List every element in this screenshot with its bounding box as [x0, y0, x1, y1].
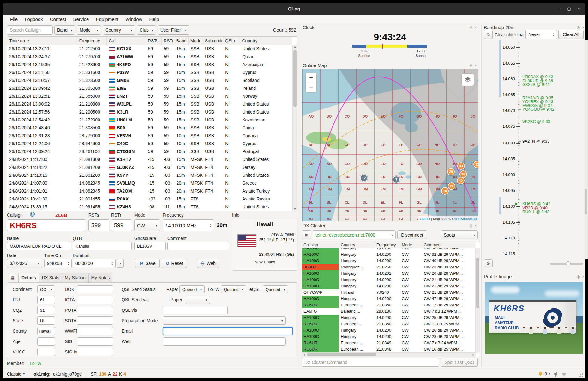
scrollbar-thumb[interactable]	[307, 353, 376, 356]
cluster-spot-row[interactable]: HA100O Hungary 14.0200 CW CW 32 dB 29 WP…	[302, 251, 476, 258]
search-callsign-input[interactable]	[7, 25, 53, 35]
zoom-out-button[interactable]: −	[306, 83, 316, 92]
osm-link[interactable]: OpenStreetMap	[452, 217, 477, 221]
column-header-mode[interactable]: Mode	[189, 37, 203, 45]
clear-older-select[interactable]: Never▴▾	[525, 30, 557, 39]
rstr-input[interactable]	[111, 219, 132, 231]
cluster-spot-row[interactable]: OH7CW/P Finland 7.0240 CW CW 21 dB 28 WP…	[302, 289, 476, 296]
continent-select[interactable]: OC▾	[37, 285, 55, 293]
minimize-button[interactable]: −	[559, 6, 561, 11]
duration-spinbox[interactable]: 00:00:00▴▾	[73, 259, 116, 268]
rsts-input[interactable]	[88, 219, 109, 231]
column-header-rsts[interactable]: RSTs	[146, 37, 162, 45]
frequency-spinbox[interactable]: 14.10010 MHz▴▾	[163, 219, 214, 231]
column-header-callsign[interactable]: Callsign	[302, 241, 339, 248]
reset-button[interactable]: ↺ Reset	[162, 259, 187, 268]
cluster-close-icon[interactable]: ×	[475, 224, 477, 228]
cluster-command-input[interactable]	[302, 358, 439, 367]
user-filter-dropdown[interactable]: User Filter▾	[158, 25, 189, 35]
time-on-spinbox[interactable]: 9:40:03▴▾	[44, 259, 72, 268]
map-layers-button[interactable]	[461, 73, 474, 86]
callbook-globe-icon[interactable]	[30, 212, 35, 218]
scroll-right-arrow-icon[interactable]: ▸	[471, 353, 476, 356]
date-picker[interactable]: 3/4/2025▾	[7, 259, 42, 268]
county-input[interactable]	[37, 327, 55, 335]
wwff-input[interactable]	[77, 327, 113, 335]
logbook-row[interactable]: 26/10/2024 13:10:57 21.323500 GM0B 59 59…	[7, 77, 292, 84]
map-cluster-marker[interactable]: 40	[457, 177, 465, 184]
scroll-down-arrow-icon[interactable]: ▼	[293, 207, 297, 211]
logbook-row[interactable]: 24/8/2024 14:13:15 21.081209 K9YY -15 -0…	[7, 171, 292, 179]
cluster-menu-button[interactable]: ≡	[302, 230, 311, 239]
splitter-right[interactable]	[481, 25, 482, 367]
iota-input[interactable]	[77, 296, 113, 304]
online-map[interactable]: AQBQCQDQEQFQGQHQIQJQAPBPCPDPEPFPGPHPIPJP…	[302, 69, 478, 221]
logbook-row[interactable]: 24/8/2024 14:07:00 14.082345 SV8LMQ -15 …	[7, 179, 292, 187]
map-cluster-marker[interactable]: 29	[448, 182, 455, 190]
profile-settings-icon[interactable]: ◎	[577, 275, 580, 279]
gridsquare-input[interactable]	[134, 242, 166, 250]
cluster-server-combo[interactable]: telnet.reversebeacon.net:7000▾	[313, 230, 396, 239]
column-header-country[interactable]: Country	[339, 241, 375, 248]
qsl-via-input[interactable]	[163, 306, 228, 314]
logbook-row[interactable]: 26/10/2024 13:09:42 21.305000 EI9E 59 59…	[7, 84, 292, 92]
resize-grip[interactable]	[582, 376, 583, 377]
bandmap-spot[interactable]: 9A2TN @ 9:33	[518, 139, 549, 144]
itu-input[interactable]	[37, 296, 55, 304]
column-header-call[interactable]: Call	[107, 37, 146, 45]
bandmap-spot[interactable]: RU0LL @ 9:42	[518, 209, 549, 214]
menu-item[interactable]: Window	[122, 15, 145, 23]
callsign-input[interactable]	[7, 219, 86, 231]
zoom-in-button[interactable]: +	[306, 73, 316, 83]
logbook-row[interactable]: 24/8/2024 13:41:30 21.091455 R0AX +03 -0…	[7, 195, 292, 203]
logbook-vertical-scrollbar[interactable]: ▲ ▼	[292, 45, 297, 211]
cluster-spot-row[interactable]: HA100O Hungary 14.0201 CW CW 20 dB 28 WP…	[302, 270, 476, 277]
cluster-spot-row[interactable]: HA100O Hungary 14.0200 CW CW 26 dB 29 WP…	[302, 327, 476, 334]
bandmap-settings-button[interactable]: ⚙	[484, 259, 493, 267]
cluster-spot-row[interactable]: HA100O Hungary 14.0200 CW CW 30 dB 29 WP…	[302, 248, 476, 251]
country-filter-dropdown[interactable]: Country▾	[103, 25, 135, 35]
spots-filter-select[interactable]: Spots▾	[441, 230, 478, 239]
chevron-down-icon[interactable]: ▾	[549, 372, 550, 376]
logbook-row[interactable]: 24/8/2024 13:39:15 21.091455 KZ4HS -08 -…	[7, 203, 292, 210]
map-cluster-marker[interactable]: 31	[473, 161, 478, 168]
logbook-row[interactable]: 24/8/2024 14:01:01 14.082345 TA2OM -15 -…	[7, 187, 292, 195]
logbook-row[interactable]: 26/10/2024 12:48:46 21.308500 B0A 59 59 …	[7, 124, 292, 132]
bandmap-spot[interactable]: YO4GOU @ 9:42	[518, 107, 554, 112]
logbook-row[interactable]: 26/10/2024 13:27:11 21.212500 KC1XX 59 5…	[7, 45, 292, 53]
cqz-input[interactable]	[37, 306, 55, 314]
menu-item[interactable]: Help	[146, 15, 162, 23]
map-cluster-marker[interactable]: 29	[447, 168, 455, 175]
column-header-comment[interactable]: Comment	[422, 241, 476, 248]
column-header-rstr[interactable]: RSTr	[162, 37, 174, 45]
splitter-left[interactable]	[299, 25, 299, 367]
qsl-send-via-select[interactable]: ▾	[185, 296, 210, 304]
cluster-spot-row[interactable]: RU6UR European ... 21.0349 CW CW 7 dB 24…	[302, 340, 476, 346]
sota-input[interactable]	[77, 316, 113, 325]
scrollbar-thumb[interactable]	[476, 258, 479, 308]
map-close-icon[interactable]: ×	[475, 64, 477, 67]
profile-close-icon[interactable]: ×	[582, 275, 584, 279]
logbook-row[interactable]: 26/10/2024 13:24:37 21.279700 A71WW 59 5…	[7, 53, 292, 61]
column-header-mode[interactable]: Mode	[400, 241, 422, 248]
spinner-arrows-icon[interactable]: ▴▾	[111, 261, 113, 266]
column-header-frequency[interactable]: Frequency	[375, 241, 400, 248]
bandmap-scrollbar[interactable]	[584, 40, 588, 259]
maximize-button[interactable]: ▢	[567, 6, 571, 11]
column-header-submode[interactable]: Submode	[203, 37, 223, 45]
dok-input[interactable]	[77, 285, 113, 293]
bandmap-copy-button[interactable]	[484, 30, 493, 39]
cluster-spot-row[interactable]: HA100O Hungary 14.0200 CW CW 21 dB 29 WP…	[302, 283, 476, 289]
map-cluster-marker[interactable]: 33	[457, 162, 465, 170]
tab-dx-stats[interactable]: DX Stats	[39, 273, 62, 282]
pota-input[interactable]	[77, 306, 113, 314]
clock-close-icon[interactable]: ×	[475, 26, 477, 29]
logbook-row[interactable]: 26/10/2024 13:02:51 21.355000 LN2T 59 59…	[7, 92, 292, 100]
qsl-lotw-status-select[interactable]: Queued▾	[221, 285, 246, 293]
logbook-row[interactable]: 26/10/2024 12:24:06 28.644900 C40C 59 59…	[7, 140, 292, 148]
logbook-row[interactable]: 26/10/2024 13:11:50 21.331600 P33W 59 59…	[7, 69, 292, 77]
bandmap-settings-icon[interactable]: ◎	[577, 26, 580, 29]
scroll-left-arrow-icon[interactable]: ◂	[302, 353, 306, 356]
logbook-row[interactable]: 26/10/2024 12:54:42 21.172000 UN0LM 59 5…	[7, 116, 292, 124]
scrollbar-thumb[interactable]	[293, 50, 297, 107]
